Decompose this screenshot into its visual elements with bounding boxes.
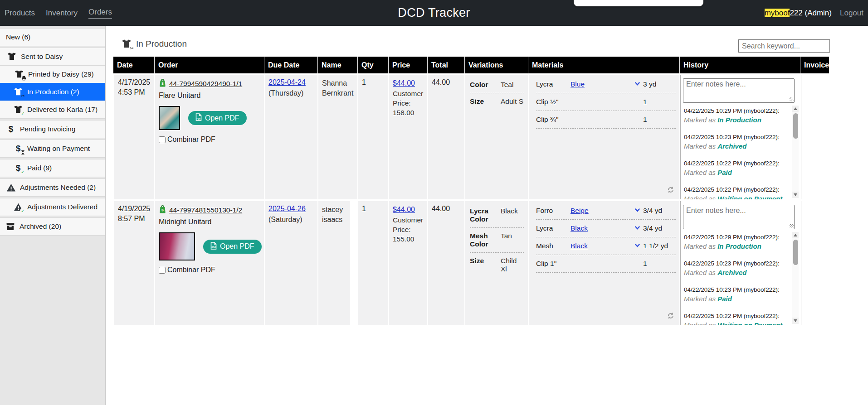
variations-cell: Color Teal Size Adult S [464,75,528,199]
chevron-down-icon [634,207,640,215]
col-header-order: Order [154,57,264,73]
scrollbar-thumb[interactable] [793,240,798,265]
refresh-icon[interactable] [667,312,675,322]
sidebar-item-adjustments-needed[interactable]: Adjustments Needed (2) [0,178,105,197]
history-entry: 04/22/2025 10:29 PM (myboof222): Marked … [684,233,789,251]
dollar-hourglass-icon: $ [13,144,23,154]
sidebar-item-pending-invoicing[interactable]: $ Pending Invoicing [0,120,105,138]
sidebar-item-archived[interactable]: Archived (20) [0,217,105,236]
history-entry: 04/22/2025 10:22 PM (myboof222): Marked … [684,312,789,325]
material-color-select[interactable]: Blue [571,80,643,88]
material-color-select[interactable]: Beige [571,207,643,215]
sidebar-item-waiting-on-payment[interactable]: $ Waiting on Payment [0,140,105,158]
product-thumbnail[interactable] [159,232,195,260]
col-header-history: History [679,57,800,73]
sidebar: New (6) Sent to Daisy Printed by Daisy (… [0,26,106,405]
col-header-due-date: Due Date [264,57,317,73]
browser-find-bar-fragment [574,0,703,6]
table-row: S 4/19/2025 8:57 PM $ 44-7997481550130-1… [113,201,829,325]
scroll-up-button[interactable] [792,232,799,238]
material-row: Mesh Black 1 1/2 yd [536,237,676,255]
scrollbar-thumb[interactable] [793,113,798,139]
nav-link-products[interactable]: Products [5,9,35,18]
material-color-select[interactable]: Black [571,224,643,232]
history-entry: 04/22/2025 10:23 PM (myboof222): Marked … [684,259,789,277]
tshirt-icon [7,52,17,62]
due-date-link[interactable]: 2025-04-26 [268,205,306,212]
notes-textarea[interactable] [683,78,795,103]
history-entry: 04/22/2025 10:22 PM (myboof222): Marked … [684,185,789,199]
search-input[interactable] [738,39,830,53]
history-scrollbar[interactable] [792,232,799,324]
sidebar-item-printed-by-daisy[interactable]: Printed by Daisy (29) [0,65,105,83]
nav-link-inventory[interactable]: Inventory [46,9,78,18]
material-row: Clip ¾" 1 [536,111,676,129]
scroll-down-button[interactable] [792,318,799,324]
col-header-name: Name [317,57,357,73]
sidebar-item-paid[interactable]: $ ✓ Paid (9) [0,159,105,177]
total-cell: 44.00 [427,75,464,199]
combine-pdf-checkbox-row: Combinar PDF [159,135,264,144]
price-cell: $44.00 Customer Price: 158.00 [388,75,427,199]
sidebar-item-new[interactable]: New (6) [0,28,105,46]
combine-pdf-checkbox[interactable] [159,136,166,143]
product-thumbnail[interactable] [159,106,180,130]
material-color-select[interactable]: Black [571,242,643,250]
sidebar-item-label: Adjustments Delivered [27,198,98,216]
material-row: Forro Beige 3/4 yd [536,202,676,220]
sidebar-item-adjustments-delivered[interactable]: ✓ Adjustments Delivered [0,198,105,216]
variation-row: Mesh Color Tan [470,228,524,253]
price-cell: $44.00 Customer Price: 155.00 [388,201,427,325]
materials-cell: Forro Beige 3/4 yd Lycra Black 3/4 yd Me… [528,201,679,325]
sidebar-item-label: Pending Invoicing [20,121,75,138]
due-date-cell: 2025-04-24 (Thursday) [264,75,317,199]
pdf-file-icon: PDF [210,242,217,251]
sidebar-item-label: Sent to Daisy [21,48,63,65]
sidebar-item-sent-to-daisy[interactable]: Sent to Daisy [0,48,105,66]
shopify-bag-icon: $ [159,205,166,215]
order-id-link[interactable]: 44-7997481550130-1/2 [169,206,242,214]
sidebar-item-in-production[interactable]: ✂ In Production (2) [0,83,105,101]
combine-pdf-checkbox-row: Combinar PDF [159,266,264,274]
scroll-down-button[interactable] [792,192,799,198]
sidebar-item-delivered-to-karla[interactable]: ✓ Delivered to Karla (17) [0,101,105,119]
material-row: Lycra Black 3/4 yd [536,220,676,237]
sidebar-item-label: In Production (2) [27,83,79,101]
open-pdf-button[interactable]: PDF Open PDF [203,240,262,254]
chevron-down-icon [634,80,640,88]
total-cell: 44.00 [427,201,464,325]
notes-textarea[interactable] [683,205,795,229]
qty-cell: 1 [357,201,388,325]
materials-cell: Lycra Blue 3 yd Clip ½" 1 Clip ¾" 1 [528,75,679,199]
page-title: ✂ In Production [121,39,187,49]
table-header: Date Order Due Date Name Qty Price Total… [113,57,829,73]
combine-pdf-checkbox[interactable] [159,267,166,274]
tshirt-scissors-icon: ✂ [13,87,23,97]
table-row: S 4/17/2025 4:53 PM $ 44-7994590429490-1… [113,75,829,199]
price-link[interactable]: $44.00 [393,206,415,213]
top-navbar: Products Inventory Orders DCD Tracker my… [0,0,868,26]
order-id-link[interactable]: 44-7994590429490-1/1 [169,80,242,88]
open-pdf-button[interactable]: PDF Open PDF [188,111,247,125]
order-cell: $ 44-7994590429490-1/1 Flare Unitard PDF… [154,75,264,199]
order-cell: $ 44-7997481550130-1/2 Midnight Unitard … [154,201,264,325]
sidebar-item-label: Printed by Daisy (29) [28,66,94,83]
history-scrollbar[interactable] [792,106,799,198]
warning-check-icon: ✓ [13,202,23,212]
logout-link[interactable]: Logout [840,9,863,18]
price-link[interactable]: $44.00 [393,79,415,87]
tshirt-check-icon: ✓ [13,105,23,115]
due-date-cell: 2025-04-26 (Saturday) [264,201,317,325]
due-date-link[interactable]: 2025-04-24 [268,78,306,86]
material-row: Clip ½" 1 [536,93,676,111]
history-entry: 04/22/2025 10:23 PM (myboof222): Marked … [684,285,789,304]
history-cell: 04/22/2025 10:29 PM (myboof222): Marked … [679,201,800,325]
variation-row: Lycra Color Black [470,203,524,228]
pdf-file-icon: PDF [195,113,202,123]
scroll-up-button[interactable] [792,106,799,112]
nav-link-orders[interactable]: Orders [88,8,112,19]
chevron-down-icon [634,224,640,232]
variation-row: Size Child Xl [470,253,524,277]
col-header-qty: Qty [357,57,388,73]
refresh-icon[interactable] [667,186,675,196]
